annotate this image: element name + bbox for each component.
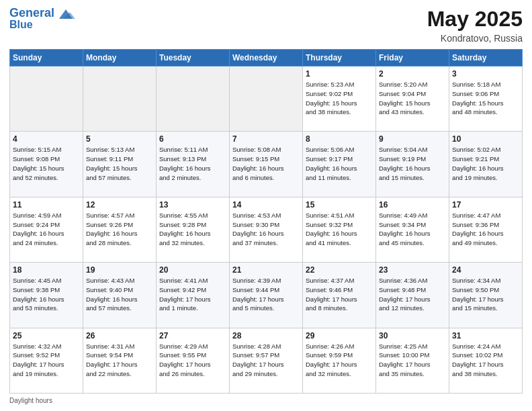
day-number: 2 — [379, 69, 446, 79]
day-info: Sunrise: 4:55 AMSunset: 9:28 PMDaylight:… — [159, 211, 226, 248]
day-info: Sunrise: 5:18 AMSunset: 9:06 PMDaylight:… — [452, 80, 519, 117]
calendar-cell: 16Sunrise: 4:49 AMSunset: 9:34 PMDayligh… — [376, 197, 449, 262]
day-info: Sunrise: 5:08 AMSunset: 9:15 PMDaylight:… — [232, 145, 300, 182]
calendar-cell: 27Sunrise: 4:29 AMSunset: 9:55 PMDayligh… — [157, 328, 230, 393]
day-info: Sunrise: 4:53 AMSunset: 9:30 PMDaylight:… — [232, 211, 300, 248]
day-number: 22 — [306, 265, 373, 275]
col-friday: Friday — [376, 50, 449, 66]
calendar-week-2: 4Sunrise: 5:15 AMSunset: 9:08 PMDaylight… — [10, 132, 523, 197]
day-info: Sunrise: 4:43 AMSunset: 9:40 PMDaylight:… — [86, 276, 153, 313]
day-info: Sunrise: 4:26 AMSunset: 9:59 PMDaylight:… — [306, 342, 373, 379]
calendar-cell: 6Sunrise: 5:11 AMSunset: 9:13 PMDaylight… — [157, 132, 230, 197]
day-info: Sunrise: 4:37 AMSunset: 9:46 PMDaylight:… — [306, 276, 373, 313]
col-saturday: Saturday — [449, 50, 523, 66]
calendar-cell — [230, 66, 303, 132]
calendar-cell: 1Sunrise: 5:23 AMSunset: 9:02 PMDaylight… — [303, 66, 376, 132]
day-info: Sunrise: 4:51 AMSunset: 9:32 PMDaylight:… — [306, 211, 373, 248]
calendar-cell: 18Sunrise: 4:45 AMSunset: 9:38 PMDayligh… — [10, 263, 83, 328]
col-monday: Monday — [83, 50, 157, 66]
calendar-cell: 20Sunrise: 4:41 AMSunset: 9:42 PMDayligh… — [157, 263, 230, 328]
col-thursday: Thursday — [303, 50, 376, 66]
day-info: Sunrise: 5:20 AMSunset: 9:04 PMDaylight:… — [379, 80, 446, 117]
day-number: 5 — [86, 134, 153, 144]
calendar-cell: 22Sunrise: 4:37 AMSunset: 9:46 PMDayligh… — [303, 263, 376, 328]
day-number: 21 — [232, 265, 300, 275]
calendar-cell: 28Sunrise: 4:28 AMSunset: 9:57 PMDayligh… — [230, 328, 303, 393]
calendar-cell: 7Sunrise: 5:08 AMSunset: 9:15 PMDaylight… — [230, 132, 303, 197]
logo-text: General — [9, 7, 54, 20]
title-month: May 2025 — [427, 7, 523, 32]
calendar-body: 1Sunrise: 5:23 AMSunset: 9:02 PMDaylight… — [10, 66, 523, 394]
calendar-cell: 26Sunrise: 4:31 AMSunset: 9:54 PMDayligh… — [83, 328, 157, 393]
day-info: Sunrise: 5:15 AMSunset: 9:08 PMDaylight:… — [13, 145, 80, 182]
day-info: Sunrise: 5:04 AMSunset: 9:19 PMDaylight:… — [379, 145, 446, 182]
day-number: 13 — [159, 200, 226, 210]
calendar-cell: 30Sunrise: 4:25 AMSunset: 10:00 PMDaylig… — [376, 328, 449, 393]
day-number: 26 — [86, 331, 153, 340]
day-number: 27 — [159, 331, 226, 340]
calendar-cell: 8Sunrise: 5:06 AMSunset: 9:17 PMDaylight… — [303, 132, 376, 197]
day-number: 19 — [86, 265, 153, 275]
calendar-cell: 12Sunrise: 4:57 AMSunset: 9:26 PMDayligh… — [83, 197, 157, 262]
day-number: 1 — [306, 69, 373, 79]
logo-blue-text: Blue — [9, 19, 33, 31]
day-info: Sunrise: 4:57 AMSunset: 9:26 PMDaylight:… — [86, 211, 153, 248]
calendar-week-4: 18Sunrise: 4:45 AMSunset: 9:38 PMDayligh… — [10, 263, 523, 328]
calendar-cell: 9Sunrise: 5:04 AMSunset: 9:19 PMDaylight… — [376, 132, 449, 197]
calendar-cell: 25Sunrise: 4:32 AMSunset: 9:52 PMDayligh… — [10, 328, 83, 393]
logo-icon — [56, 7, 75, 20]
day-number: 24 — [452, 265, 519, 275]
day-number: 6 — [159, 134, 226, 144]
calendar-cell: 15Sunrise: 4:51 AMSunset: 9:32 PMDayligh… — [303, 197, 376, 262]
calendar-week-3: 11Sunrise: 4:59 AMSunset: 9:24 PMDayligh… — [10, 197, 523, 262]
day-info: Sunrise: 5:02 AMSunset: 9:21 PMDaylight:… — [452, 145, 519, 182]
day-info: Sunrise: 5:23 AMSunset: 9:02 PMDaylight:… — [306, 80, 373, 117]
day-info: Sunrise: 4:29 AMSunset: 9:55 PMDaylight:… — [159, 342, 226, 379]
day-info: Sunrise: 4:59 AMSunset: 9:24 PMDaylight:… — [13, 211, 80, 248]
calendar-cell — [10, 66, 83, 132]
day-number: 8 — [306, 134, 373, 144]
col-wednesday: Wednesday — [230, 50, 303, 66]
day-info: Sunrise: 4:41 AMSunset: 9:42 PMDaylight:… — [159, 276, 226, 313]
day-number: 9 — [379, 134, 446, 144]
day-info: Sunrise: 4:24 AMSunset: 10:02 PMDaylight… — [452, 342, 519, 379]
calendar-cell: 3Sunrise: 5:18 AMSunset: 9:06 PMDaylight… — [449, 66, 523, 132]
header: General Blue May 2025 Kondratovo, Russia — [9, 7, 523, 44]
calendar-cell: 11Sunrise: 4:59 AMSunset: 9:24 PMDayligh… — [10, 197, 83, 262]
day-info: Sunrise: 5:13 AMSunset: 9:11 PMDaylight:… — [86, 145, 153, 182]
calendar-cell: 13Sunrise: 4:55 AMSunset: 9:28 PMDayligh… — [157, 197, 230, 262]
day-number: 7 — [232, 134, 300, 144]
day-info: Sunrise: 4:32 AMSunset: 9:52 PMDaylight:… — [13, 342, 80, 379]
day-number: 4 — [13, 134, 80, 144]
day-number: 14 — [232, 200, 300, 210]
day-info: Sunrise: 4:25 AMSunset: 10:00 PMDaylight… — [379, 342, 446, 379]
day-number: 31 — [452, 331, 519, 340]
day-number: 23 — [379, 265, 446, 275]
day-number: 29 — [306, 331, 373, 340]
day-number: 10 — [452, 134, 519, 144]
day-number: 12 — [86, 200, 153, 210]
calendar-cell: 19Sunrise: 4:43 AMSunset: 9:40 PMDayligh… — [83, 263, 157, 328]
calendar-cell: 14Sunrise: 4:53 AMSunset: 9:30 PMDayligh… — [230, 197, 303, 262]
calendar-week-5: 25Sunrise: 4:32 AMSunset: 9:52 PMDayligh… — [10, 328, 523, 393]
day-number: 16 — [379, 200, 446, 210]
title-block: May 2025 Kondratovo, Russia — [427, 7, 523, 44]
day-info: Sunrise: 5:11 AMSunset: 9:13 PMDaylight:… — [159, 145, 226, 182]
day-number: 20 — [159, 265, 226, 275]
footer-note: Daylight hours — [9, 397, 523, 404]
calendar-week-1: 1Sunrise: 5:23 AMSunset: 9:02 PMDaylight… — [10, 66, 523, 132]
col-tuesday: Tuesday — [157, 50, 230, 66]
calendar-cell — [157, 66, 230, 132]
day-info: Sunrise: 4:28 AMSunset: 9:57 PMDaylight:… — [232, 342, 300, 379]
day-info: Sunrise: 4:31 AMSunset: 9:54 PMDaylight:… — [86, 342, 153, 379]
calendar-cell: 31Sunrise: 4:24 AMSunset: 10:02 PMDaylig… — [449, 328, 523, 393]
calendar-cell — [83, 66, 157, 132]
day-number: 30 — [379, 331, 446, 340]
day-info: Sunrise: 4:45 AMSunset: 9:38 PMDaylight:… — [13, 276, 80, 313]
calendar-cell: 24Sunrise: 4:34 AMSunset: 9:50 PMDayligh… — [449, 263, 523, 328]
day-info: Sunrise: 5:06 AMSunset: 9:17 PMDaylight:… — [306, 145, 373, 182]
title-location: Kondratovo, Russia — [427, 33, 523, 44]
calendar-header-row: Sunday Monday Tuesday Wednesday Thursday… — [10, 50, 523, 66]
day-number: 11 — [13, 200, 80, 210]
day-number: 17 — [452, 200, 519, 210]
